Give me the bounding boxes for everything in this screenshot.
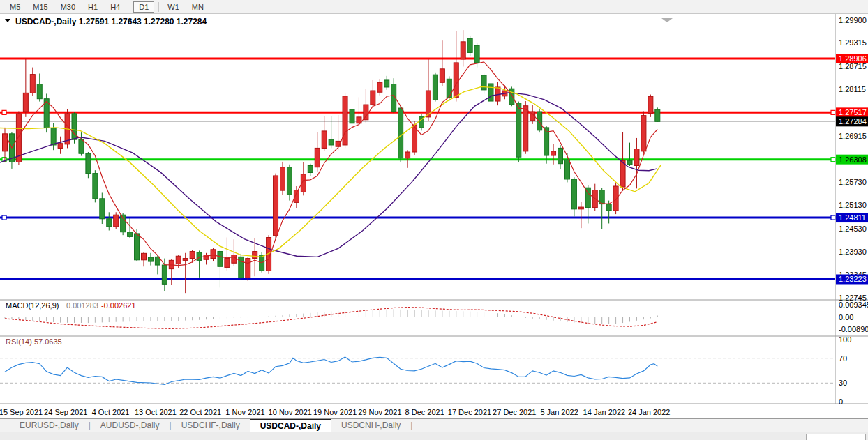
chart-tab-bar: EURUSD-,Daily|AUDUSD-,Daily|USDCHF-,Dail…: [0, 418, 868, 432]
svg-text:1.24811: 1.24811: [839, 213, 866, 222]
chart-tab-audusd[interactable]: AUDUSD-,Daily: [91, 419, 170, 432]
svg-text:29 Nov 2021: 29 Nov 2021: [358, 408, 401, 416]
horizontal-scrollbar[interactable]: [0, 432, 868, 440]
svg-text:0.001283: 0.001283: [66, 301, 98, 310]
date-axis[interactable]: 15 Sep 202124 Sep 20214 Oct 202113 Oct 2…: [0, 408, 670, 416]
svg-text:10 Nov 2021: 10 Nov 2021: [269, 408, 312, 416]
svg-text:1.27284: 1.27284: [839, 117, 867, 126]
chart-canvas[interactable]: USDCAD-,Daily 1.27591 1.27643 1.27280 1.…: [0, 0, 868, 418]
chart-tab-eurusd[interactable]: EURUSD-,Daily: [10, 419, 89, 432]
svg-text:27 Dec 2021: 27 Dec 2021: [493, 408, 536, 416]
mt4-window: M5M15M30H1H4D1W1MN USDCAD-,Daily 1.27591…: [0, 0, 868, 440]
svg-text:5 Jan 2022: 5 Jan 2022: [540, 408, 578, 416]
svg-text:1.29900: 1.29900: [839, 16, 867, 24]
svg-text:1.26915: 1.26915: [839, 132, 867, 140]
svg-text:MACD(12,26,9): MACD(12,26,9): [6, 301, 59, 310]
svg-text:14 Jan 2022: 14 Jan 2022: [583, 408, 626, 416]
chart-tab-usdcnh[interactable]: USDCNH-,Daily: [331, 419, 410, 432]
tab-separator: |: [410, 419, 412, 432]
svg-text:100: 100: [839, 335, 851, 344]
scrollbar-thumb[interactable]: [806, 434, 866, 440]
svg-text:17 Dec 2021: 17 Dec 2021: [448, 408, 491, 416]
svg-text:1.28115: 1.28115: [839, 85, 866, 93]
svg-text:1.26308: 1.26308: [839, 155, 867, 164]
svg-text:-0.008902: -0.008902: [839, 325, 868, 333]
chart-tab-usdcad[interactable]: USDCAD-,Daily: [250, 419, 331, 432]
svg-text:1.23930: 1.23930: [839, 248, 867, 256]
svg-text:USDCAD-,Daily 1.27591 1.27643: USDCAD-,Daily 1.27591 1.27643 1.27280 1.…: [15, 17, 207, 26]
svg-text:13 Oct 2021: 13 Oct 2021: [135, 408, 177, 416]
svg-text:15 Sep 2021: 15 Sep 2021: [0, 408, 43, 416]
svg-text:1.25130: 1.25130: [839, 201, 867, 209]
svg-text:1.25730: 1.25730: [839, 178, 867, 186]
svg-text:4 Oct 2021: 4 Oct 2021: [92, 408, 130, 416]
svg-text:1.27517: 1.27517: [839, 108, 867, 116]
svg-text:24 Sep 2021: 24 Sep 2021: [44, 408, 87, 416]
svg-text:0.00: 0.00: [839, 313, 853, 321]
svg-text:RSI(14) 57.0635: RSI(14) 57.0635: [6, 337, 62, 346]
svg-text:19 Nov 2021: 19 Nov 2021: [313, 408, 357, 416]
svg-text:1.23223: 1.23223: [839, 275, 867, 283]
svg-text:8 Dec 2021: 8 Dec 2021: [405, 408, 444, 416]
svg-text:30: 30: [839, 379, 847, 387]
chart-tab-usdchf[interactable]: USDCHF-,Daily: [172, 419, 250, 432]
svg-text:1.28906: 1.28906: [839, 54, 867, 63]
svg-text:0: 0: [839, 397, 843, 406]
chart-title: USDCAD-,Daily 1.27591 1.27643 1.27280 1.…: [5, 17, 207, 26]
svg-text:0.009345: 0.009345: [839, 301, 868, 309]
svg-text:-0.002621: -0.002621: [101, 301, 136, 310]
svg-text:1 Nov 2021: 1 Nov 2021: [225, 408, 264, 416]
svg-text:24 Jan 2022: 24 Jan 2022: [628, 408, 671, 416]
svg-text:1.24530: 1.24530: [839, 225, 867, 233]
svg-text:22 Oct 2021: 22 Oct 2021: [179, 408, 221, 416]
svg-text:70: 70: [839, 354, 847, 363]
svg-text:1.29315: 1.29315: [839, 38, 867, 47]
